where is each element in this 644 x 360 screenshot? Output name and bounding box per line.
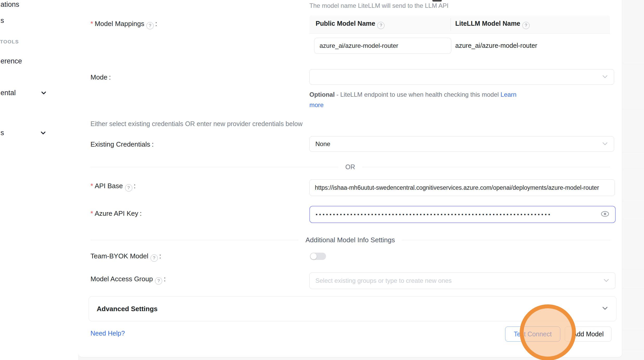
- background-row-line: [622, 152, 644, 152]
- background-row-line: [622, 109, 644, 109]
- model-mappings-label: *Model Mappings?:: [90, 20, 157, 29]
- model-name-helper-text: The model name LiteLLM will send to the …: [309, 2, 448, 9]
- background-row-line: [622, 350, 644, 350]
- chevron-down-icon: [602, 140, 608, 148]
- litellm-model-name-value: azure_ai/azure-model-router: [455, 42, 537, 49]
- team-byok-label: Team-BYOK Model?:: [90, 252, 161, 262]
- azure-api-key-input[interactable]: ••••••••••••••••••••••••••••••••••••••••…: [309, 206, 616, 223]
- mode-help-text: Optional - LiteLLM endpoint to use when …: [309, 89, 528, 110]
- select-placeholder: Select existing groups or type to create…: [315, 277, 452, 284]
- help-icon[interactable]: ?: [155, 277, 162, 285]
- sidebar-item-settings[interactable]: s: [1, 129, 4, 137]
- column-divider: [451, 18, 451, 31]
- eye-icon[interactable]: [601, 211, 609, 218]
- background-row-line: [622, 201, 644, 202]
- chevron-down-icon: [602, 306, 608, 312]
- masked-password-value: ••••••••••••••••••••••••••••••••••••••••…: [316, 211, 586, 218]
- table-row: azure_ai/azure-model-router: [309, 34, 610, 74]
- model-access-group-label: Model Access Group?:: [90, 275, 166, 285]
- mode-select[interactable]: [309, 69, 614, 85]
- column-header-litellm-model-name: LiteLLM Model Name?: [455, 20, 530, 29]
- or-divider: OR: [90, 163, 610, 171]
- click-indicator-circle: [520, 304, 576, 360]
- api-base-input[interactable]: [309, 179, 615, 196]
- sidebar-item-logs[interactable]: s: [1, 17, 4, 25]
- existing-credentials-label: Existing Credentials:: [90, 140, 154, 148]
- chevron-down-icon[interactable]: [41, 131, 44, 135]
- mode-label: Mode:: [90, 73, 111, 81]
- background-row-line: [622, 169, 644, 169]
- api-base-label: *API Base?:: [90, 182, 136, 192]
- toggle-knob: [310, 253, 317, 259]
- team-byok-toggle[interactable]: [310, 253, 326, 260]
- help-icon[interactable]: ?: [522, 22, 530, 29]
- model-access-group-select[interactable]: Select existing groups or type to create…: [309, 272, 615, 289]
- sidebar-item-experimental[interactable]: ental: [1, 89, 16, 97]
- required-mark: *: [90, 20, 93, 28]
- credentials-info-text: Either select existing credentials OR en…: [90, 120, 303, 128]
- column-header-public-model-name: Public Model Name?: [316, 20, 385, 29]
- background-row-line: [622, 330, 644, 330]
- help-icon[interactable]: ?: [377, 22, 385, 29]
- need-help-link[interactable]: Need Help?: [90, 330, 125, 337]
- table-header: Public Model Name? LiteLLM Model Name?: [309, 16, 610, 34]
- required-mark: *: [90, 210, 93, 217]
- chevron-down-icon: [603, 277, 609, 284]
- background-row-line: [622, 289, 644, 289]
- sidebar-item-organizations[interactable]: ations: [1, 1, 19, 9]
- sidebar-section-tools: TOOLS: [0, 39, 19, 45]
- background-row-line: [622, 220, 644, 220]
- background-row-line: [622, 269, 644, 269]
- help-icon[interactable]: ?: [151, 254, 158, 262]
- azure-api-key-label: *Azure API Key:: [90, 210, 142, 218]
- advanced-settings-label: Advanced Settings: [97, 305, 158, 313]
- help-icon[interactable]: ?: [125, 184, 132, 192]
- help-icon[interactable]: ?: [146, 22, 154, 29]
- background-row-line: [622, 64, 644, 64]
- existing-credentials-select[interactable]: None: [309, 136, 614, 152]
- chevron-down-icon[interactable]: [41, 91, 45, 95]
- sidebar: ations s TOOLS erence ental s: [0, 0, 79, 360]
- model-mappings-table: Public Model Name? LiteLLM Model Name? a…: [309, 16, 610, 74]
- chevron-down-icon: [602, 73, 608, 81]
- required-mark: *: [90, 182, 93, 190]
- tooltip-remnant: [432, 0, 442, 2]
- sidebar-item-inference[interactable]: erence: [1, 57, 22, 65]
- public-model-name-input[interactable]: [314, 38, 451, 54]
- additional-settings-divider: Additional Model Info Settings: [90, 236, 610, 244]
